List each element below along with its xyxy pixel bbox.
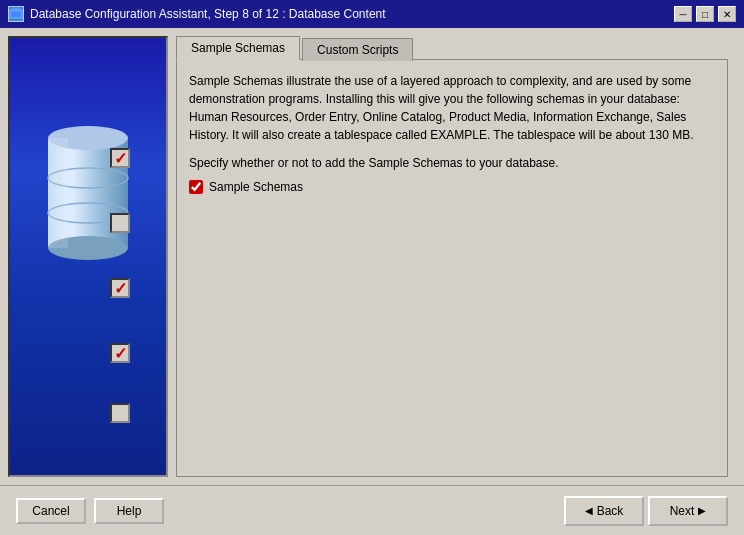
sample-schemas-label[interactable]: Sample Schemas	[209, 180, 303, 194]
titlebar: Database Configuration Assistant, Step 8…	[0, 0, 744, 28]
bottom-bar: Cancel Help ◀ Back Next ▶	[0, 485, 744, 535]
titlebar-controls: ─ □ ✕	[674, 6, 736, 22]
left-checkbox-1	[110, 148, 130, 168]
left-checkbox-5	[110, 403, 130, 423]
cancel-button[interactable]: Cancel	[16, 498, 86, 524]
left-checkbox-3	[110, 278, 130, 298]
main-window: Sample Schemas Custom Scripts Sample Sch…	[0, 28, 744, 535]
tab-custom-scripts[interactable]: Custom Scripts	[302, 38, 413, 61]
back-button[interactable]: ◀ Back	[564, 496, 644, 526]
left-checkbox-2	[110, 213, 130, 233]
tab-content-sample-schemas: Sample Schemas illustrate the use of a l…	[176, 59, 728, 477]
close-button[interactable]: ✕	[718, 6, 736, 22]
database-icon	[43, 108, 133, 271]
titlebar-title: Database Configuration Assistant, Step 8…	[30, 7, 386, 21]
help-button[interactable]: Help	[94, 498, 164, 524]
next-arrow-icon: ▶	[698, 505, 706, 516]
svg-rect-7	[48, 138, 68, 248]
content-area: Sample Schemas Custom Scripts Sample Sch…	[0, 28, 744, 485]
back-arrow-icon: ◀	[585, 505, 593, 516]
description-text: Sample Schemas illustrate the use of a l…	[189, 72, 715, 144]
specify-text: Specify whether or not to add the Sample…	[189, 156, 715, 170]
tab-sample-schemas[interactable]: Sample Schemas	[176, 36, 300, 60]
sample-schemas-checkbox[interactable]	[189, 180, 203, 194]
app-icon	[8, 6, 24, 22]
maximize-button[interactable]: □	[696, 6, 714, 22]
right-panel: Sample Schemas Custom Scripts Sample Sch…	[168, 36, 736, 477]
sample-schemas-checkbox-row: Sample Schemas	[189, 180, 715, 194]
tabs: Sample Schemas Custom Scripts	[176, 36, 728, 59]
bottom-right-buttons: ◀ Back Next ▶	[564, 496, 728, 526]
left-panel	[8, 36, 168, 477]
left-checkbox-4	[110, 343, 130, 363]
titlebar-left: Database Configuration Assistant, Step 8…	[8, 6, 386, 22]
next-button[interactable]: Next ▶	[648, 496, 728, 526]
svg-point-1	[10, 8, 22, 12]
bottom-left-buttons: Cancel Help	[16, 498, 164, 524]
minimize-button[interactable]: ─	[674, 6, 692, 22]
